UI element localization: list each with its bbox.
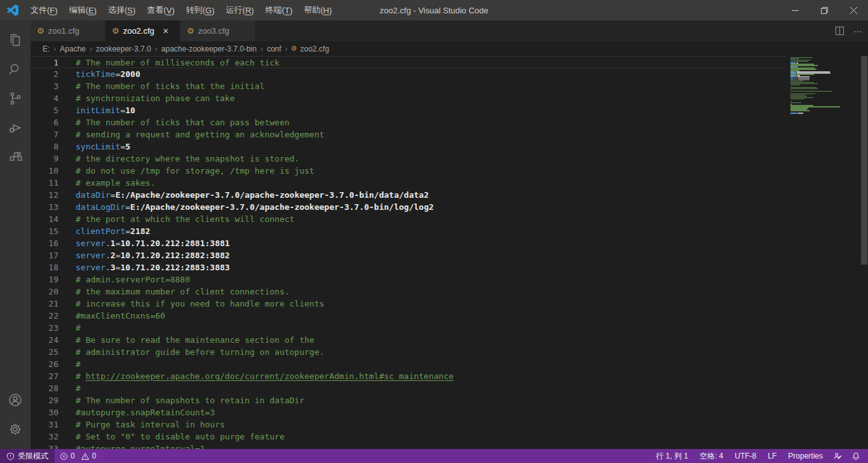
breadcrumb-file[interactable]: zoo2.cfg [299,45,329,53]
scrollbar-thumb[interactable] [861,56,867,265]
window-title: zoo2.cfg - Visual Studio Code [379,6,488,15]
minimap[interactable] [787,57,860,114]
breadcrumb-segment[interactable]: Apache [59,45,86,53]
menu-edit[interactable]: 编辑(E) [64,0,102,20]
run-debug-icon[interactable] [0,113,31,142]
code-line[interactable]: 22#maxClientCnxns=60 [31,310,785,322]
code-line[interactable]: 3# The number of ticks that the initial [31,80,785,92]
code-line[interactable]: 2tickTime=2000 [31,68,785,80]
code-line[interactable]: 1# The number of milliseconds of each ti… [31,56,785,68]
code-line[interactable]: 7# sending a request and getting an ackn… [31,128,785,141]
close-tab-icon[interactable]: ✕ [161,26,171,36]
breadcrumb-segment[interactable]: conf [266,45,282,53]
settings-gear-icon[interactable] [0,415,31,444]
status-right-items: 行 1, 列 1空格: 4UTF-8LFProperties [650,449,829,463]
line-number: 13 [31,201,58,213]
line-number: 5 [31,104,58,116]
code-line[interactable]: 4# synchronization phase can take [31,92,785,104]
shield-icon [6,452,15,460]
code-line[interactable]: 5initLimit=10 [31,104,785,116]
menu-go[interactable]: 转到(G) [180,0,220,20]
code-line[interactable]: 28# [31,382,785,394]
breadcrumb-segment[interactable]: zookeeper-3.7.0 [95,45,152,53]
line-text: # Set to "0" to disable auto purge featu… [76,431,285,443]
line-number: 19 [31,273,58,286]
code-line[interactable]: 23# [31,322,785,334]
code-line[interactable]: 13dataLogDir=E:/Apache/zookeeper-3.7.0/a… [31,201,785,213]
breadcrumb-segment[interactable]: E: [42,45,50,53]
code-line[interactable]: 17server.2=10.71.20.212:2882:3882 [31,249,785,261]
search-icon[interactable] [0,55,31,84]
code-line[interactable]: 8syncLimit=5 [31,141,785,153]
code-line[interactable]: 15clientPort=2182 [31,225,785,237]
tab-zoo3[interactable]: ⚙zoo3.cfg [180,20,255,41]
breadcrumb-separator-icon: › [155,45,158,53]
status-encoding[interactable]: UTF-8 [729,449,762,463]
menu-view[interactable]: 查看(V) [141,0,180,20]
code-line[interactable]: 16server.1=10.71.20.212:2881:3881 [31,237,785,249]
code-line[interactable]: 20# the maximum number of client connect… [31,286,785,298]
line-text: clientPort=2182 [76,225,150,237]
code-line[interactable]: 12dataDir=E:/Apache/zookeeper-3.7.0/apac… [31,189,785,201]
account-icon[interactable] [0,385,31,415]
code-line[interactable]: 10# do not use /tmp for storage, /tmp he… [31,165,785,177]
line-text: # administrator guide before turning on … [76,346,324,358]
breadcrumb-segment[interactable]: apache-zookeeper-3.7.0-bin [161,45,257,53]
code-line[interactable]: 14# the port at which the clients will c… [31,213,785,225]
menu-terminal[interactable]: 终端(T) [260,0,299,20]
menu-selection[interactable]: 选择(S) [102,0,141,20]
code-line[interactable]: 18server.3=10.71.20.212:2883:3883 [31,261,785,273]
code-line[interactable]: 32# Set to "0" to disable auto purge fea… [31,431,785,443]
menu-run[interactable]: 运行(R) [220,0,260,20]
code-line[interactable]: 19# admin.serverPort=8880 [31,273,785,286]
line-number: 24 [31,334,58,346]
extensions-icon[interactable] [0,142,31,172]
warnings-count: 0 [92,452,97,460]
status-cursor-position[interactable]: 行 1, 列 1 [650,449,694,463]
vertical-scrollbar[interactable] [860,56,868,449]
problems-indicator[interactable]: 0 0 [55,449,101,463]
code-line[interactable]: 27# http://zookeeper.apache.org/doc/curr… [31,370,785,382]
errors-count: 0 [71,452,75,460]
status-indentation[interactable]: 空格: 4 [694,449,729,463]
code-line[interactable]: 24# Be sure to read the maintenance sect… [31,334,785,346]
status-eol[interactable]: LF [762,449,782,463]
status-left: 受限模式 0 0 [0,449,101,463]
tab-strip: ⚙zoo1.cfg⚙zoo2.cfg✕⚙zoo3.cfg ⋯ [31,20,868,41]
notifications-bell-icon[interactable] [847,449,868,463]
tab-zoo1[interactable]: ⚙zoo1.cfg [31,20,105,41]
restricted-mode-badge[interactable]: 受限模式 [0,449,55,463]
gear-file-icon: ⚙ [291,45,297,52]
tab-zoo2[interactable]: ⚙zoo2.cfg✕ [105,20,180,41]
warnings-icon [81,452,90,460]
minimize-button[interactable] [780,0,810,20]
code-line[interactable]: 31# Purge task interval in hours [31,418,785,431]
line-text: # The number of ticks that the initial [76,80,264,92]
line-number: 15 [31,225,58,237]
code-line[interactable]: 30#autopurge.snapRetainCount=3 [31,406,785,418]
code-line[interactable]: 11# example sakes. [31,177,785,189]
code-line[interactable]: 33#autopurge.purgeInterval=1 [31,443,785,449]
feedback-icon[interactable] [829,449,847,463]
line-number: 32 [31,431,58,443]
restore-button[interactable] [810,0,839,20]
menu-help[interactable]: 帮助(H) [298,0,337,20]
explorer-icon[interactable] [0,25,31,55]
code-line[interactable]: 29# The number of snapshots to retain in… [31,394,785,406]
code-line[interactable]: 25# administrator guide before turning o… [31,346,785,358]
code-line[interactable]: 26# [31,358,785,370]
code-line[interactable]: 21# increase this if you need to handle … [31,298,785,310]
title-bar: 文件(F)编辑(E)选择(S)查看(V)转到(G)运行(R)终端(T)帮助(H)… [0,0,868,20]
menu-file[interactable]: 文件(F) [25,0,64,20]
code-line[interactable]: 6# The number of ticks that can pass bet… [31,116,785,128]
split-editor-icon[interactable] [835,26,844,36]
more-actions-icon[interactable]: ⋯ [853,26,863,36]
code-line[interactable]: 9# the directory where the snapshot is s… [31,153,785,165]
line-text: # increase this if you need to handle mo… [76,298,324,310]
close-window-button[interactable] [839,0,868,20]
code-editor[interactable]: 1# The number of milliseconds of each ti… [31,56,868,449]
line-text: # [76,382,81,394]
line-number: 6 [31,116,58,128]
source-control-icon[interactable] [0,84,31,113]
status-language-mode[interactable]: Properties [782,449,829,463]
